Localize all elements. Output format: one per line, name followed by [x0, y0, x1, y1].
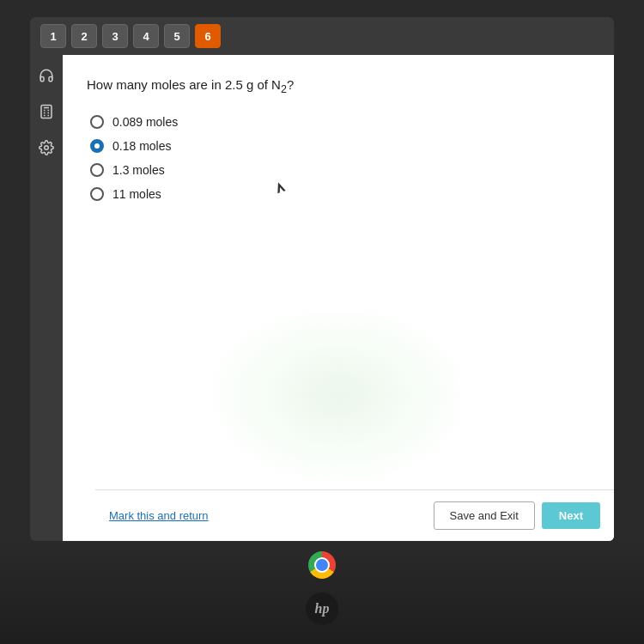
radio-a[interactable]	[90, 115, 104, 129]
bottom-action-bar: Mark this and return Save and Exit Next	[95, 489, 614, 541]
next-button[interactable]: Next	[542, 502, 600, 529]
mark-return-link[interactable]: Mark this and return	[109, 509, 209, 522]
left-sidebar	[30, 55, 63, 541]
radio-b[interactable]	[90, 139, 104, 153]
chrome-icon	[308, 551, 336, 579]
question-btn-4[interactable]: 4	[133, 24, 159, 48]
main-content-area: How many moles are in 2.5 g of N2? 0.089…	[63, 55, 614, 541]
save-exit-button[interactable]: Save and Exit	[434, 501, 535, 530]
question-text: How many moles are in 2.5 g of N2?	[87, 76, 590, 98]
laptop-screen: 1 2 3 4 5 6	[30, 17, 614, 541]
option-d[interactable]: 11 moles	[90, 187, 590, 201]
question-btn-3[interactable]: 3	[102, 24, 128, 48]
hp-logo: hp	[306, 592, 338, 625]
settings-icon[interactable]	[34, 136, 58, 160]
option-a[interactable]: 0.089 moles	[90, 115, 590, 129]
hp-logo-container: hp	[306, 592, 338, 625]
svg-point-8	[45, 146, 49, 150]
laptop-bezel-bottom: hp	[0, 541, 644, 644]
radio-c[interactable]	[90, 163, 104, 177]
option-d-label: 11 moles	[112, 187, 161, 201]
calculator-icon[interactable]	[34, 100, 58, 124]
option-b-label: 0.18 moles	[112, 139, 171, 153]
question-btn-6[interactable]: 6	[195, 24, 221, 48]
headphone-icon[interactable]	[34, 64, 58, 88]
question-btn-1[interactable]: 1	[40, 24, 66, 48]
option-a-label: 0.089 moles	[112, 115, 178, 129]
option-c-label: 1.3 moles	[112, 163, 165, 177]
option-c[interactable]: 1.3 moles	[90, 163, 590, 177]
answer-options: 0.089 moles 0.18 moles 1.3 moles 11 mole…	[90, 115, 590, 201]
option-b[interactable]: 0.18 moles	[90, 139, 590, 153]
radio-d[interactable]	[90, 187, 104, 201]
question-btn-5[interactable]: 5	[164, 24, 190, 48]
question-nav-bar: 1 2 3 4 5 6	[30, 17, 614, 55]
action-buttons: Save and Exit Next	[434, 501, 600, 530]
question-btn-2[interactable]: 2	[71, 24, 97, 48]
